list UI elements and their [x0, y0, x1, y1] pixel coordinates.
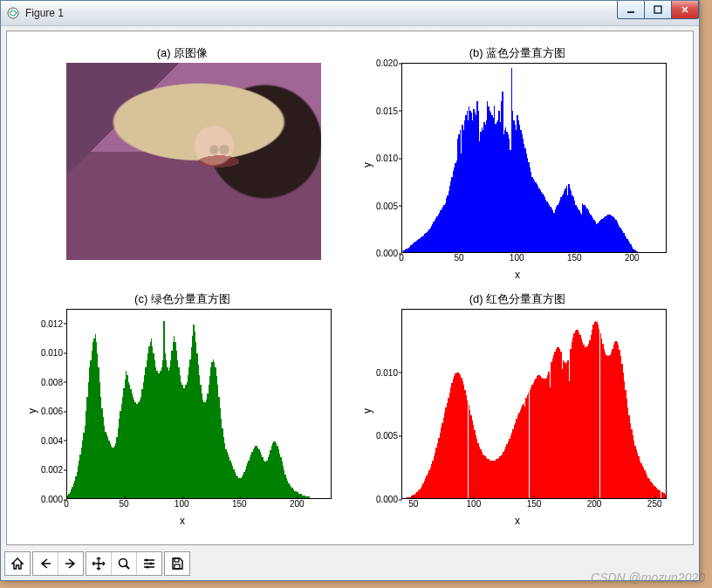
- x-tick: 200: [625, 253, 640, 263]
- x-tick: 200: [587, 499, 602, 509]
- panel-b-title: (b) 蓝色分量直方图: [358, 45, 677, 61]
- panel-d-red-hist: (d) 红色分量直方图 y 0.0000.0050.010 5010015020…: [358, 293, 677, 529]
- y-tick: 0.012: [41, 318, 63, 328]
- pan-button[interactable]: [86, 552, 111, 575]
- figure-window: Figure 1 (a) 原图像 (b) 蓝色分量直方图 y: [0, 0, 700, 581]
- svg-point-5: [150, 563, 153, 565]
- x-tick: 150: [232, 499, 247, 509]
- x-tick: 250: [647, 499, 662, 509]
- y-tick: 0.006: [41, 407, 63, 416]
- figure-canvas: (a) 原图像 (b) 蓝色分量直方图 y 0.0000.0050.0100.0…: [6, 31, 694, 545]
- app-icon: [6, 6, 20, 20]
- y-tick: 0.015: [376, 106, 398, 115]
- maximize-button[interactable]: [645, 1, 672, 19]
- panel-a-image: (a) 原图像: [23, 47, 342, 283]
- svg-rect-1: [627, 11, 634, 13]
- back-button[interactable]: [33, 552, 58, 575]
- svg-rect-7: [175, 558, 179, 562]
- panel-b-axes: [401, 63, 667, 253]
- svg-point-3: [120, 559, 127, 567]
- y-tick: 0.005: [376, 431, 398, 441]
- panel-d-title: (d) 红色分量直方图: [358, 291, 677, 307]
- x-tick: 150: [527, 499, 542, 509]
- y-tick: 0.000: [376, 495, 398, 504]
- panel-b-xlabel: x: [358, 269, 677, 281]
- x-tick: 100: [175, 499, 189, 509]
- hist-bar: [309, 496, 310, 498]
- svg-rect-8: [175, 564, 180, 569]
- titlebar[interactable]: Figure 1: [1, 1, 699, 26]
- panel-b-blue-hist: (b) 蓝色分量直方图 y 0.0000.0050.0100.0150.020 …: [358, 47, 677, 283]
- source-image: [66, 63, 321, 260]
- y-tick: 0.010: [376, 154, 398, 163]
- svg-point-4: [146, 559, 148, 562]
- x-tick: 100: [510, 253, 524, 263]
- panel-c-title: (c) 绿色分量直方图: [23, 291, 342, 307]
- y-tick: 0.010: [376, 367, 398, 377]
- hist-bar: [665, 495, 666, 498]
- y-tick: 0.008: [41, 377, 63, 386]
- x-tick: 0: [64, 499, 69, 509]
- zoom-button[interactable]: [111, 552, 136, 575]
- panel-c-xlabel: x: [23, 515, 342, 527]
- y-tick: 0.020: [376, 58, 398, 68]
- x-tick: 150: [567, 253, 582, 263]
- y-tick: 0.000: [376, 249, 398, 258]
- hist-bar: [637, 251, 638, 252]
- y-tick: 0.000: [41, 495, 63, 504]
- x-tick: 50: [120, 499, 129, 509]
- x-tick: 100: [467, 499, 482, 509]
- y-tick: 0.010: [41, 348, 63, 358]
- window-title: Figure 1: [25, 7, 64, 19]
- close-button[interactable]: [672, 1, 699, 19]
- forward-button[interactable]: [58, 552, 83, 575]
- y-tick: 0.004: [41, 435, 63, 445]
- configure-button[interactable]: [136, 552, 161, 575]
- minimize-button[interactable]: [617, 1, 645, 19]
- svg-rect-2: [654, 6, 661, 13]
- svg-point-6: [147, 566, 149, 569]
- image-placeholder: [66, 63, 321, 260]
- home-button[interactable]: [5, 552, 30, 575]
- panel-a-title: (a) 原图像: [23, 45, 342, 61]
- x-tick: 0: [399, 253, 404, 263]
- nav-toolbar: [4, 550, 190, 577]
- panel-d-axes: [401, 309, 667, 499]
- y-tick: 0.002: [41, 465, 63, 475]
- save-button[interactable]: [165, 552, 189, 575]
- x-tick: 50: [408, 499, 418, 509]
- panel-c-green-hist: (c) 绿色分量直方图 y 0.0000.0020.0040.0060.0080…: [23, 293, 342, 529]
- y-tick: 0.005: [376, 201, 398, 210]
- panel-c-axes: [66, 309, 332, 499]
- panel-d-xlabel: x: [358, 515, 677, 527]
- x-tick: 50: [455, 253, 464, 263]
- x-tick: 200: [290, 499, 305, 509]
